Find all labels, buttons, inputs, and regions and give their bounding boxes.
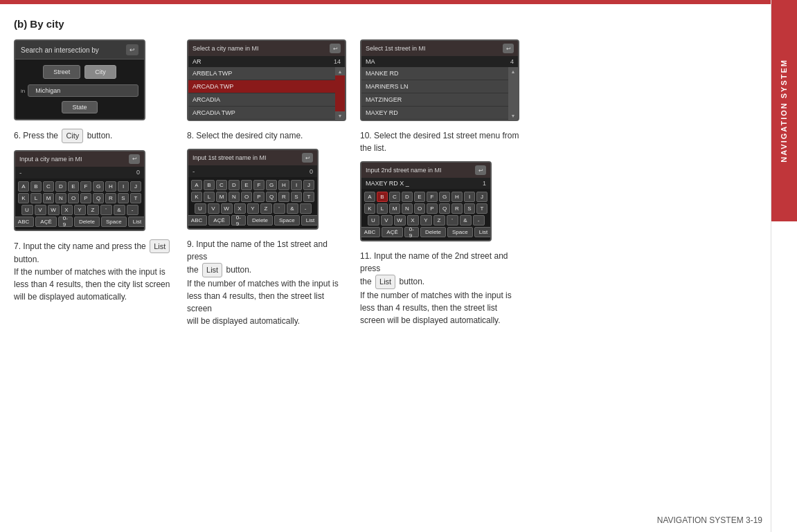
s2-key-W[interactable]: W bbox=[394, 215, 406, 226]
s2-key-T[interactable]: T bbox=[476, 203, 487, 214]
s1-key-R[interactable]: R bbox=[278, 192, 289, 202]
s2-key-G[interactable]: G bbox=[439, 192, 450, 202]
s1-key-09[interactable]: 0-9 bbox=[231, 215, 246, 226]
s2-key-09[interactable]: 0-9 bbox=[404, 227, 419, 237]
key-N[interactable]: N bbox=[55, 193, 66, 203]
street1-scroll-up[interactable]: ▲ bbox=[508, 67, 518, 75]
s2-key-C[interactable]: C bbox=[389, 192, 400, 202]
key-S[interactable]: S bbox=[118, 193, 129, 203]
s1-key-I[interactable]: I bbox=[291, 180, 302, 190]
list-item-manke[interactable]: MANKE RD bbox=[361, 67, 508, 80]
s2-key-delete[interactable]: Delete bbox=[420, 227, 446, 237]
s1-key-C[interactable]: C bbox=[216, 180, 227, 190]
s2-key-H[interactable]: H bbox=[451, 192, 463, 202]
s2-key-N[interactable]: N bbox=[402, 203, 413, 214]
key-B[interactable]: B bbox=[30, 181, 42, 192]
s2-key-A[interactable]: A bbox=[364, 192, 375, 202]
s1-key-space[interactable]: Space bbox=[274, 215, 300, 226]
list-item-matzinger[interactable]: MATZINGER bbox=[361, 93, 508, 107]
s1-key-apos[interactable]: ' bbox=[274, 203, 285, 214]
s1-key-abc[interactable]: ABC bbox=[187, 215, 207, 226]
s2-key-space[interactable]: Space bbox=[447, 227, 473, 237]
s2-key-ace[interactable]: AÇĒ bbox=[382, 227, 402, 237]
s2-key-P[interactable]: P bbox=[427, 203, 438, 214]
scroll-up-btn[interactable]: ▲ bbox=[335, 67, 345, 75]
city-button[interactable]: City bbox=[84, 65, 116, 79]
key-T[interactable]: T bbox=[130, 193, 141, 203]
s1-key-X[interactable]: X bbox=[234, 203, 246, 214]
s1-key-H[interactable]: H bbox=[278, 180, 289, 190]
s2-key-dash[interactable]: - bbox=[473, 215, 485, 226]
key-list[interactable]: List bbox=[128, 217, 145, 227]
s2-key-V[interactable]: V bbox=[381, 215, 393, 226]
key-G[interactable]: G bbox=[93, 181, 104, 192]
key-apos[interactable]: ' bbox=[100, 205, 112, 215]
key-amp[interactable]: & bbox=[114, 205, 125, 215]
s1-key-T[interactable]: T bbox=[303, 192, 314, 202]
s2-key-amp[interactable]: & bbox=[460, 215, 472, 226]
s1-key-list[interactable]: List bbox=[301, 215, 319, 226]
s2-key-list[interactable]: List bbox=[474, 227, 492, 237]
key-ace[interactable]: AÇĒ bbox=[35, 217, 56, 227]
city-inline-btn[interactable]: City bbox=[62, 129, 83, 143]
key-X[interactable]: X bbox=[61, 205, 73, 215]
list-item-arcada[interactable]: ARCADA TWP bbox=[188, 80, 335, 93]
key-09[interactable]: 0-9 bbox=[58, 217, 73, 227]
key-P[interactable]: P bbox=[80, 193, 91, 203]
key-dash[interactable]: - bbox=[127, 205, 138, 215]
list-item-arcadia-twp[interactable]: ARCADIA TWP bbox=[188, 107, 335, 120]
s2-key-F[interactable]: F bbox=[427, 192, 438, 202]
key-Y[interactable]: Y bbox=[74, 205, 86, 215]
s2-key-Y[interactable]: Y bbox=[420, 215, 432, 226]
s2-key-E[interactable]: E bbox=[414, 192, 425, 202]
key-O[interactable]: O bbox=[68, 193, 79, 203]
s1-key-G[interactable]: G bbox=[266, 180, 277, 190]
s1-key-P[interactable]: P bbox=[253, 192, 265, 202]
s1-key-Q[interactable]: Q bbox=[266, 192, 277, 202]
key-Q[interactable]: Q bbox=[93, 193, 104, 203]
s1-key-Y[interactable]: Y bbox=[247, 203, 259, 214]
street1-list-back-btn[interactable]: ↩ bbox=[503, 44, 514, 53]
s1-key-dash[interactable]: - bbox=[300, 203, 312, 214]
key-R[interactable]: R bbox=[105, 193, 116, 203]
list-inline-btn-3[interactable]: List bbox=[375, 275, 395, 289]
key-space[interactable]: Space bbox=[101, 217, 127, 227]
key-L[interactable]: L bbox=[30, 193, 42, 203]
key-abc[interactable]: ABC bbox=[14, 217, 34, 227]
s2-key-X[interactable]: X bbox=[407, 215, 419, 226]
s1-key-ace[interactable]: AÇĒ bbox=[208, 215, 229, 226]
s2-key-apos[interactable]: ' bbox=[447, 215, 458, 226]
key-A[interactable]: A bbox=[18, 181, 29, 192]
s2-key-abc[interactable]: ABC bbox=[360, 227, 380, 237]
s1-key-delete[interactable]: Delete bbox=[247, 215, 273, 226]
key-F[interactable]: F bbox=[80, 181, 91, 192]
key-U[interactable]: U bbox=[21, 205, 33, 215]
s2-key-Z[interactable]: Z bbox=[433, 215, 445, 226]
s1-key-N[interactable]: N bbox=[229, 192, 240, 202]
list-item-maxey[interactable]: MAXEY RD bbox=[361, 107, 508, 120]
key-delete[interactable]: Delete bbox=[74, 217, 100, 227]
street2-keyboard-back-btn[interactable]: ↩ bbox=[475, 165, 486, 175]
key-E[interactable]: E bbox=[68, 181, 79, 192]
s1-key-D[interactable]: D bbox=[229, 180, 240, 190]
street1-keyboard-back-btn[interactable]: ↩ bbox=[302, 153, 313, 163]
s1-key-W[interactable]: W bbox=[221, 203, 233, 214]
key-W[interactable]: W bbox=[48, 205, 60, 215]
s2-key-M[interactable]: M bbox=[389, 203, 400, 214]
key-H[interactable]: H bbox=[105, 181, 116, 192]
s2-key-S[interactable]: S bbox=[464, 203, 475, 214]
s2-key-Q[interactable]: Q bbox=[439, 203, 450, 214]
list-inline-btn-2[interactable]: List bbox=[202, 263, 222, 277]
s2-key-L[interactable]: L bbox=[377, 203, 388, 214]
list-inline-btn-1[interactable]: List bbox=[150, 239, 170, 254]
screen1-back-btn[interactable]: ↩ bbox=[126, 44, 138, 55]
s1-key-M[interactable]: M bbox=[216, 192, 227, 202]
s1-key-Z[interactable]: Z bbox=[260, 203, 272, 214]
key-D[interactable]: D bbox=[55, 181, 66, 192]
s2-key-K[interactable]: K bbox=[364, 203, 375, 214]
s1-key-L[interactable]: L bbox=[204, 192, 215, 202]
s1-key-E[interactable]: E bbox=[241, 180, 252, 190]
key-J[interactable]: J bbox=[130, 181, 141, 192]
s2-key-I[interactable]: I bbox=[464, 192, 475, 202]
list-item-arcadia[interactable]: ARCADIA bbox=[188, 93, 335, 107]
